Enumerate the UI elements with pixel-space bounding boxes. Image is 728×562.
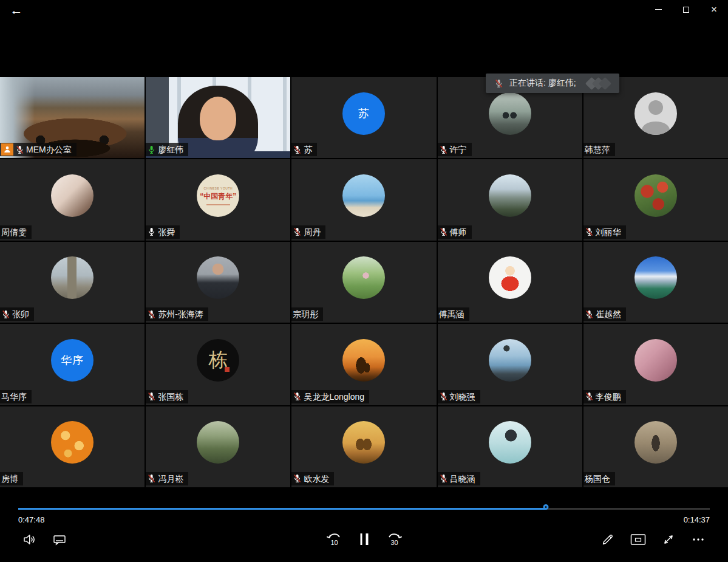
- muted-mic-icon: [494, 78, 503, 89]
- skip-forward-30-button[interactable]: 30: [385, 530, 403, 548]
- avatar: [634, 174, 677, 217]
- avatar: [634, 421, 677, 464]
- seek-bar[interactable]: [18, 504, 710, 513]
- fullscreen-button[interactable]: [661, 532, 676, 547]
- minimize-icon: [655, 9, 662, 10]
- participant-tile: 刘丽华: [583, 159, 728, 240]
- mic-icon: [439, 391, 448, 402]
- mic-icon: [585, 309, 594, 320]
- participant-tile: 苏州-张海涛: [146, 242, 290, 323]
- volume-button[interactable]: [22, 532, 36, 547]
- more-options-button[interactable]: [691, 532, 706, 547]
- participant-name: 欧水发: [304, 473, 329, 485]
- skip-forward-icon: 30: [385, 530, 403, 548]
- participant-label: 冯月崧: [146, 472, 188, 485]
- avatar: 华序: [51, 339, 94, 382]
- participant-label: 廖红伟: [146, 143, 188, 156]
- avatar: [51, 174, 94, 217]
- mic-icon: [585, 391, 594, 402]
- participant-name: 吕晓涵: [450, 473, 475, 485]
- avatar: [489, 256, 531, 299]
- participant-name: 宗玥彤: [293, 308, 318, 320]
- left-controls: [22, 532, 67, 547]
- participant-label: MEM办公室: [0, 143, 77, 156]
- participant-label: 傅师: [438, 225, 472, 239]
- participant-name: 房博: [1, 473, 18, 485]
- avatar-text: 华序: [61, 353, 84, 368]
- participant-tile: 崔越然: [583, 242, 728, 323]
- pause-button[interactable]: [360, 532, 368, 546]
- subtitles-button[interactable]: [52, 532, 67, 547]
- participant-tile: 傅禹涵: [438, 242, 582, 323]
- participant-tile: 张卯: [0, 242, 145, 323]
- minimize-button[interactable]: [644, 0, 672, 19]
- mic-icon: [293, 391, 302, 402]
- skip-back-10-button[interactable]: 10: [325, 530, 343, 548]
- close-button[interactable]: ×: [700, 0, 728, 19]
- video-grid: MEM办公室 廖红伟 苏 苏: [0, 77, 728, 487]
- participant-name: 崔越然: [596, 308, 621, 320]
- participant-tile: CHINESE YOUTH “中国青年” 张舜: [146, 159, 290, 240]
- avatar: 苏: [342, 92, 385, 135]
- participant-label: 周倩雯: [0, 225, 32, 239]
- avatar-text: “中国青年”: [200, 191, 236, 202]
- participant-name: 张卯: [12, 308, 29, 320]
- participant-name: 苏: [304, 143, 312, 156]
- elapsed-time: 0:47:48: [18, 515, 44, 524]
- participant-label: 吕晓涵: [438, 472, 480, 485]
- mic-icon: [439, 227, 448, 237]
- participant-tile: 苏 苏: [291, 77, 436, 158]
- participant-name: 李俊鹏: [596, 391, 621, 403]
- participant-name: 苏州-张海涛: [158, 308, 203, 320]
- participant-label: 房博: [0, 472, 23, 485]
- avatar: [342, 174, 385, 217]
- participant-tile: 周丹: [291, 159, 436, 240]
- participant-tile: 冯月崧: [146, 406, 290, 487]
- participant-tile: 房博: [0, 406, 145, 487]
- mic-icon: [147, 309, 156, 320]
- center-controls: 10 30: [325, 530, 403, 548]
- participant-label: 张卯: [0, 307, 34, 321]
- mic-icon: [147, 473, 156, 484]
- participant-name: 冯月崧: [158, 473, 183, 485]
- participant-label: 欧水发: [291, 472, 334, 485]
- maximize-button[interactable]: [672, 0, 700, 19]
- close-icon: ×: [711, 4, 717, 15]
- participant-name: 韩慧萍: [585, 143, 610, 156]
- avatar: [51, 256, 94, 299]
- right-controls: [600, 532, 706, 547]
- mic-icon: [147, 227, 156, 237]
- fullscreen-icon: [661, 532, 676, 547]
- participant-label: 马华序: [0, 390, 32, 403]
- mini-player-button[interactable]: [630, 533, 646, 546]
- avatar: [342, 421, 385, 464]
- avatar: [342, 339, 385, 382]
- seek-thumb[interactable]: [543, 504, 549, 510]
- participant-tile: 刘晓强: [438, 324, 582, 405]
- participant-name: MEM办公室: [26, 143, 72, 156]
- participant-name: 许宁: [450, 143, 467, 156]
- participant-label: 许宁: [438, 143, 472, 156]
- ellipsis-icon: [691, 532, 706, 547]
- avatar: [489, 92, 531, 135]
- participant-name: 马华序: [1, 391, 27, 403]
- avatar: [634, 92, 677, 135]
- back-button[interactable]: ←: [6, 1, 27, 19]
- redacted-names: [590, 79, 610, 88]
- participant-label: 苏州-张海涛: [146, 307, 208, 321]
- participant-label: 崔越然: [583, 307, 626, 321]
- avatar: [197, 256, 239, 299]
- participant-name: 吴龙龙Longlong: [304, 391, 364, 403]
- participant-tile: 傅师: [438, 159, 582, 240]
- participant-name: 傅师: [450, 226, 467, 238]
- participant-label: 刘晓强: [438, 390, 480, 403]
- mic-icon: [293, 473, 302, 484]
- participant-label: 张舜: [146, 225, 180, 239]
- window-controls: ×: [644, 0, 728, 19]
- ink-edit-button[interactable]: [600, 532, 615, 547]
- participant-tile: 欧水发: [291, 406, 436, 487]
- skip-forward-amount: 30: [390, 539, 398, 546]
- mic-icon: [439, 473, 448, 484]
- avatar-subtext: CHINESE YOUTH: [204, 187, 233, 190]
- avatar: [489, 421, 531, 464]
